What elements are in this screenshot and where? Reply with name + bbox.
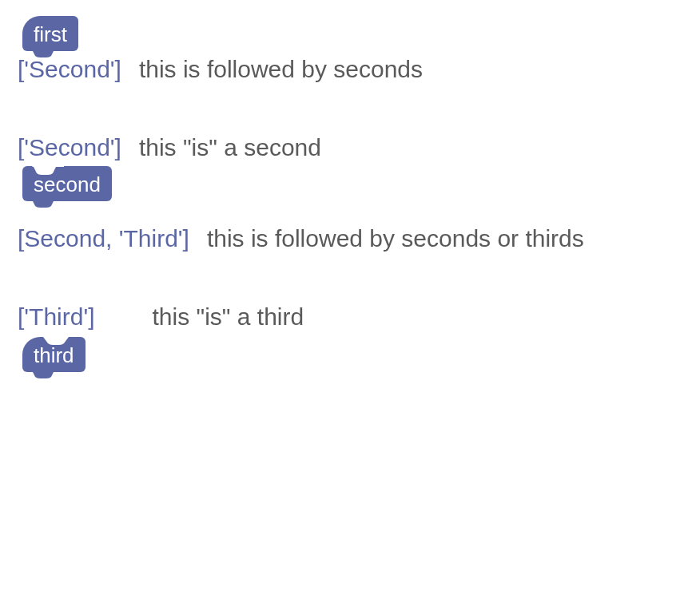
entry-description: this is followed by seconds: [139, 56, 682, 83]
block-second[interactable]: second: [22, 166, 682, 201]
block-first[interactable]: first: [22, 16, 682, 51]
tag-label: ['Second']: [18, 56, 139, 83]
entry-row: ['Second'] this "is" a second: [18, 134, 682, 161]
block-third[interactable]: third: [22, 337, 682, 372]
block-first-label: first: [22, 16, 78, 51]
tag-label: [Second, 'Third']: [18, 225, 207, 252]
entry-row: ['Third'] this "is" a third: [18, 303, 682, 331]
entry-description: this "is" a third: [152, 303, 682, 331]
entry-description: this "is" a second: [139, 134, 682, 161]
tag-label: ['Second']: [18, 134, 139, 161]
entry-description: this is followed by seconds or thirds: [207, 225, 682, 252]
entry-row: ['Second'] this is followed by seconds: [18, 56, 682, 83]
block-second-label: second: [22, 166, 112, 201]
tag-label: ['Third']: [18, 303, 152, 331]
block-third-label: third: [22, 337, 86, 372]
entry-row: [Second, 'Third'] this is followed by se…: [18, 225, 682, 252]
